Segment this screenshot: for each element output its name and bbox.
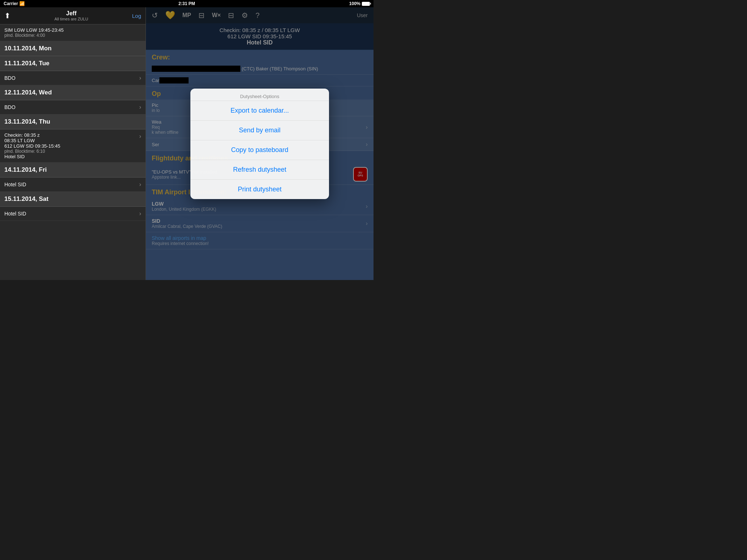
bdo-label-2: BDO bbox=[4, 104, 15, 110]
status-right: 100% bbox=[349, 1, 370, 6]
battery-icon bbox=[362, 2, 370, 6]
status-bar: Carrier 📶 2:31 PM 100% bbox=[0, 0, 374, 7]
date-header-nov12: 12.11.2014, Wed bbox=[0, 85, 146, 100]
main-content: ⬆ Jeff All times are ZULU Log SIM LGW LG… bbox=[0, 7, 374, 280]
sim-line2: plnd. Blocktime: 4:00 bbox=[4, 33, 141, 38]
date-header-nov14: 14.11.2014, Fri bbox=[0, 163, 146, 178]
log-button[interactable]: Log bbox=[132, 13, 141, 19]
hotel-sid-label-1: Hotel SID bbox=[4, 182, 26, 187]
chevron-icon-5: › bbox=[139, 210, 141, 217]
sim-flight-entry: SIM LGW LGW 19:45-23:45 plnd. Blocktime:… bbox=[0, 24, 146, 41]
sim-line1: SIM LGW LGW 19:45-23:45 bbox=[4, 27, 141, 33]
action-sheet-title: Dutysheet-Options bbox=[190, 89, 329, 101]
action-sheet: Dutysheet-Options Export to calendar... … bbox=[190, 89, 329, 199]
list-item-bdo-2[interactable]: BDO › bbox=[0, 100, 146, 114]
date-header-nov11: 11.11.2014, Tue bbox=[0, 56, 146, 71]
sidebar-user-info: Jeff All times are ZULU bbox=[54, 10, 88, 21]
checkin-info: Checkin: 08:35 z 08:35 LT LGW 612 LGW SI… bbox=[4, 132, 60, 159]
user-name: Jeff bbox=[54, 10, 88, 17]
hotel-sid-label-2: Hotel SID bbox=[4, 211, 26, 217]
list-item-hotel-sid-2[interactable]: Hotel SID › bbox=[0, 207, 146, 221]
date-header-nov13: 13.11.2014, Thu bbox=[0, 114, 146, 129]
chevron-icon-4: › bbox=[139, 181, 141, 188]
action-export-calendar[interactable]: Export to calendar... bbox=[190, 101, 329, 121]
date-header-nov10: 10.11.2014, Mon bbox=[0, 41, 146, 56]
action-copy-pasteboard[interactable]: Copy to pasteboard bbox=[190, 140, 329, 160]
status-time: 2:31 PM bbox=[178, 1, 195, 6]
checkin-flight-block[interactable]: Checkin: 08:35 z 08:35 LT LGW 612 LGW SI… bbox=[0, 129, 146, 163]
right-panel: ↺ 💛 MP ⊟ W× ⊟ ⚙ ? User Checkin: 08:35 z … bbox=[146, 7, 374, 280]
modal-overlay[interactable]: Dutysheet-Options Export to calendar... … bbox=[146, 7, 374, 280]
chevron-icon-2: › bbox=[139, 104, 141, 110]
chevron-icon: › bbox=[139, 75, 141, 81]
wifi-icon: 📶 bbox=[19, 1, 25, 6]
sidebar-header: ⬆ Jeff All times are ZULU Log bbox=[0, 7, 146, 24]
share-icon[interactable]: ⬆ bbox=[4, 11, 11, 20]
bdo-label-1: BDO bbox=[4, 75, 15, 81]
list-item-hotel-sid-1[interactable]: Hotel SID › bbox=[0, 178, 146, 192]
list-item-bdo-1[interactable]: BDO › bbox=[0, 71, 146, 85]
sidebar: ⬆ Jeff All times are ZULU Log SIM LGW LG… bbox=[0, 7, 146, 280]
chevron-icon-3: › bbox=[139, 133, 141, 140]
carrier-wifi: Carrier 📶 bbox=[4, 1, 25, 6]
action-send-email[interactable]: Send by email bbox=[190, 121, 329, 140]
action-refresh-dutysheet[interactable]: Refresh dutysheet bbox=[190, 160, 329, 180]
date-header-nov15: 15.11.2014, Sat bbox=[0, 192, 146, 207]
timezone-subtitle: All times are ZULU bbox=[54, 17, 88, 21]
action-print-dutysheet[interactable]: Print dutysheet bbox=[190, 180, 329, 199]
